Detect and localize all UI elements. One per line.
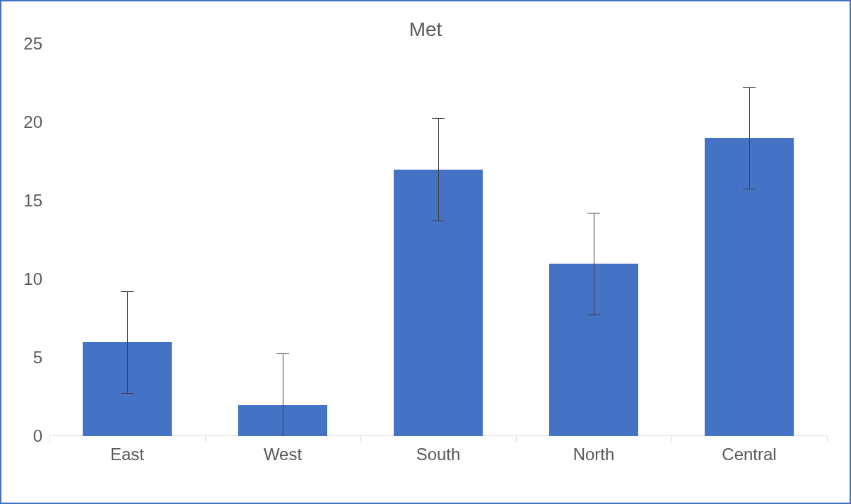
chart-container: Met 0510152025EastWestSouthNorthCentral: [0, 0, 851, 504]
error-cap: [587, 315, 600, 315]
x-category-label: East: [110, 445, 144, 464]
error-cap: [743, 189, 756, 189]
error-cap: [432, 221, 445, 221]
error-cap: [743, 87, 756, 88]
error-bar: [438, 118, 439, 220]
error-bar: [749, 87, 750, 189]
error-cap: [432, 118, 445, 119]
y-tick-label: 15: [7, 191, 42, 211]
error-cap: [276, 353, 289, 354]
error-cap: [121, 393, 134, 394]
x-tick: [360, 436, 361, 442]
x-category-label: South: [416, 445, 461, 464]
x-category-label: Central: [722, 445, 776, 464]
x-tick: [827, 436, 828, 442]
x-tick: [516, 436, 517, 442]
error-bar: [283, 353, 283, 436]
error-cap: [587, 213, 600, 213]
x-category-label: West: [264, 445, 302, 464]
x-tick: [671, 436, 672, 442]
y-tick-label: 5: [7, 348, 42, 368]
plot-area: 0510152025EastWestSouthNorthCentral: [49, 44, 827, 436]
y-tick-label: 10: [7, 269, 42, 289]
x-tick: [205, 436, 206, 442]
error-bar: [594, 213, 594, 315]
y-tick-label: 0: [7, 426, 42, 446]
x-tick: [49, 436, 50, 442]
y-tick-label: 20: [7, 112, 42, 132]
chart-title: Met: [1, 18, 850, 41]
error-cap: [121, 291, 134, 292]
x-category-label: North: [573, 445, 615, 464]
error-bar: [127, 291, 128, 393]
y-tick-label: 25: [7, 34, 42, 54]
